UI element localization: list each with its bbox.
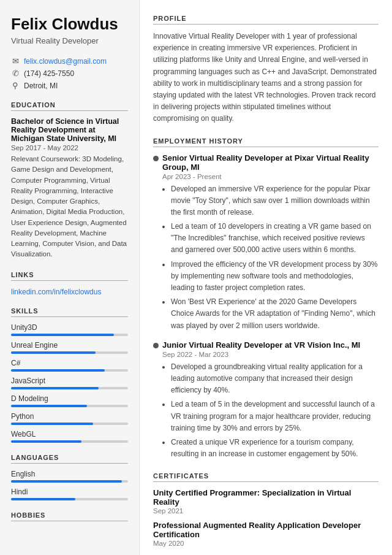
skill-bar-bg bbox=[11, 405, 128, 407]
links-section: linkedin.com/in/felixclowdus bbox=[11, 287, 128, 296]
skill-item: Unity3D bbox=[11, 323, 128, 336]
certificate-name: Professional Augmented Reality Applicati… bbox=[153, 521, 379, 539]
job-entry: Senior Virtual Reality Developer at Pixa… bbox=[153, 153, 379, 332]
skill-name: Unity3D bbox=[11, 323, 128, 332]
language-bar-bg bbox=[11, 498, 128, 500]
job-title: Senior Virtual Reality Developer at Pixa… bbox=[162, 153, 379, 172]
candidate-title: Virtual Reality Developer bbox=[11, 36, 128, 45]
language-name: Hindi bbox=[11, 488, 128, 496]
email-link[interactable]: felix.clowdus@gmail.com bbox=[24, 57, 107, 66]
skill-bar-fill bbox=[11, 351, 96, 354]
job-bullet: Led a team of 10 developers in creating … bbox=[171, 221, 379, 256]
certificates-section-title: Certificates bbox=[153, 472, 379, 482]
skills-list: Unity3D Unreal Engine C# JavaScript D Mo… bbox=[11, 323, 128, 443]
skill-bar-bg bbox=[11, 351, 128, 354]
location-icon: ⚲ bbox=[11, 81, 20, 90]
skill-bar-fill bbox=[11, 405, 87, 407]
contact-info: ✉ felix.clowdus@gmail.com ✆ (174) 425-75… bbox=[11, 56, 128, 90]
skill-bar-fill bbox=[11, 334, 114, 336]
skill-item: WebGL bbox=[11, 430, 128, 443]
skills-section-title: Skills bbox=[11, 307, 128, 317]
skill-bar-bg bbox=[11, 369, 128, 372]
job-bullet: Created a unique VR experience for a tou… bbox=[171, 437, 379, 460]
skill-item: Python bbox=[11, 412, 128, 425]
contact-phone: ✆ (174) 425-7550 bbox=[11, 69, 128, 78]
skill-item: Unreal Engine bbox=[11, 341, 128, 354]
skill-bar-fill bbox=[11, 387, 99, 389]
phone-icon: ✆ bbox=[11, 69, 20, 78]
phone-number: (174) 425-7550 bbox=[24, 69, 74, 78]
contact-location: ⚲ Detroit, MI bbox=[11, 81, 128, 90]
certificate-date: May 2020 bbox=[153, 540, 379, 547]
skill-name: Python bbox=[11, 412, 128, 421]
job-bullets: Developed a groundbreaking virtual reali… bbox=[162, 361, 379, 461]
job-bullet: Developed a groundbreaking virtual reali… bbox=[171, 361, 379, 397]
employment-section-title: Employment History bbox=[153, 137, 379, 147]
skill-bar-bg bbox=[11, 387, 128, 389]
job-bullets: Developed an immersive VR experience for… bbox=[162, 183, 379, 332]
certificates-list: Unity Certified Programmer: Specializati… bbox=[153, 488, 379, 547]
coursework-text: 3D Modeling, Game Design and Development… bbox=[11, 155, 127, 258]
linkedin-link[interactable]: linkedin.com/in/felixclowdus bbox=[11, 288, 101, 296]
skill-bar-bg bbox=[11, 334, 128, 336]
links-section-title: Links bbox=[11, 271, 128, 281]
skill-name: D Modeling bbox=[11, 394, 128, 403]
job-bullet: Developed an immersive VR experience for… bbox=[171, 183, 379, 219]
job-dot bbox=[153, 156, 159, 161]
education-coursework: Relevant Coursework: 3D Modeling, Game D… bbox=[11, 154, 128, 260]
skill-name: C# bbox=[11, 359, 128, 367]
language-item: English bbox=[11, 470, 128, 483]
language-item: Hindi bbox=[11, 488, 128, 500]
resume-container: Felix Clowdus Virtual Reality Developer … bbox=[0, 0, 392, 555]
skill-name: WebGL bbox=[11, 430, 128, 438]
skill-item: D Modeling bbox=[11, 394, 128, 407]
skill-bar-bg bbox=[11, 423, 128, 425]
job-date: Apr 2023 - Present bbox=[162, 173, 379, 180]
skill-item: C# bbox=[11, 359, 128, 372]
job-date: Sep 2022 - Mar 2023 bbox=[162, 351, 379, 358]
job-entry: Junior Virtual Reality Developer at VR V… bbox=[153, 340, 379, 461]
education-dates: Sep 2017 - May 2022 bbox=[11, 144, 128, 151]
certificate-entry: Unity Certified Programmer: Specializati… bbox=[153, 488, 379, 515]
job-title-line: Senior Virtual Reality Developer at Pixa… bbox=[153, 153, 379, 172]
main-content: Profile Innovative Virtual Reality Devel… bbox=[140, 0, 392, 555]
profile-section-title: Profile bbox=[153, 15, 379, 25]
education-degree: Bachelor of Science in Virtual Reality D… bbox=[11, 117, 128, 143]
coursework-label: Relevant Coursework: bbox=[11, 155, 82, 163]
language-bar-bg bbox=[11, 480, 128, 483]
location-text: Detroit, MI bbox=[24, 82, 58, 90]
education-section-title: Education bbox=[11, 101, 128, 111]
skill-bar-bg bbox=[11, 440, 128, 443]
certificate-date: Sep 2021 bbox=[153, 507, 379, 515]
job-bullet: Led a team of 5 in the development and s… bbox=[171, 399, 379, 434]
job-title: Junior Virtual Reality Developer at VR V… bbox=[162, 340, 360, 350]
skill-item: JavaScript bbox=[11, 377, 128, 389]
email-icon: ✉ bbox=[11, 56, 20, 66]
language-bar-fill bbox=[11, 498, 75, 500]
job-bullet: Improved the efficiency of the VR develo… bbox=[171, 259, 379, 294]
skill-name: Unreal Engine bbox=[11, 341, 128, 350]
skill-bar-fill bbox=[11, 369, 105, 372]
job-bullet: Won 'Best VR Experience' at the 2020 Gam… bbox=[171, 296, 379, 332]
certificate-entry: Professional Augmented Reality Applicati… bbox=[153, 521, 379, 547]
skill-bar-fill bbox=[11, 440, 81, 443]
job-dot bbox=[153, 343, 159, 348]
candidate-name: Felix Clowdus bbox=[11, 15, 128, 34]
hobbies-section-title: Hobbies bbox=[11, 511, 128, 521]
job-title-line: Junior Virtual Reality Developer at VR V… bbox=[153, 340, 379, 350]
languages-list: English Hindi bbox=[11, 470, 128, 500]
sidebar: Felix Clowdus Virtual Reality Developer … bbox=[0, 0, 140, 555]
profile-text: Innovative Virtual Reality Developer wit… bbox=[153, 31, 379, 125]
skill-name: JavaScript bbox=[11, 377, 128, 385]
skill-bar-fill bbox=[11, 423, 93, 425]
languages-section-title: Languages bbox=[11, 454, 128, 464]
certificate-name: Unity Certified Programmer: Specializati… bbox=[153, 488, 379, 507]
language-bar-fill bbox=[11, 480, 122, 483]
contact-email: ✉ felix.clowdus@gmail.com bbox=[11, 56, 128, 66]
language-name: English bbox=[11, 470, 128, 478]
employment-list: Senior Virtual Reality Developer at Pixa… bbox=[153, 153, 379, 461]
